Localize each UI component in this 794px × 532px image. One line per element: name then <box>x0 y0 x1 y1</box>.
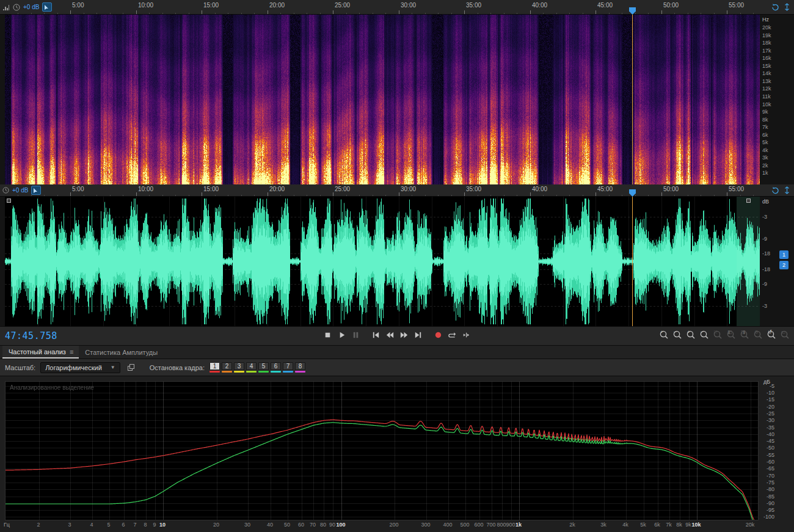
ruler-minor-tick <box>175 13 176 14</box>
hz-axis-label: 8 <box>144 522 147 528</box>
hz-axis-label: 7k <box>666 522 672 528</box>
play-button[interactable] <box>335 329 348 341</box>
panel-zoom-icon-1[interactable] <box>771 3 779 11</box>
ruler-minor-tick <box>57 195 58 196</box>
clock-icon[interactable] <box>2 187 9 194</box>
freeze-button-7[interactable]: 7 <box>283 362 293 373</box>
zoom-point-button[interactable]: ⊙ <box>752 329 763 340</box>
zoom-out-button[interactable]: − <box>671 329 683 340</box>
time-display[interactable]: 47:45.758 <box>5 330 57 341</box>
corner-grip[interactable] <box>7 199 11 203</box>
edit-pointer-button[interactable] <box>31 186 41 195</box>
ruler-tick <box>268 10 268 14</box>
spectrogram-canvas[interactable] <box>5 15 760 184</box>
reset-zoom-button[interactable]: ↺ <box>765 329 777 340</box>
db-axis: дБ -5-10-15-20-25-30-35-40-45-50-55-60-6… <box>760 381 792 522</box>
hz-axis-label: 8k <box>676 522 682 528</box>
frequency-axis-title: Hz <box>762 16 769 23</box>
gain-readout[interactable]: +0 dB <box>23 4 39 10</box>
zoom-selection-right-button[interactable]: ◨ <box>738 329 750 340</box>
panel-zoom-icon-2[interactable] <box>783 186 791 194</box>
ruler-tick <box>333 192 333 196</box>
freeze-button-2[interactable]: 2 <box>222 362 232 373</box>
stop-button[interactable] <box>321 329 334 341</box>
copy-settings-icon[interactable] <box>125 362 136 373</box>
freeze-button-label: 2 <box>222 362 232 370</box>
record-button[interactable] <box>432 329 445 341</box>
clock-icon[interactable] <box>13 4 20 11</box>
zoom-full-button[interactable]: ▭ <box>779 329 790 340</box>
ruler-tick-label: 20:00 <box>269 2 285 9</box>
db-axis-label: -45 <box>760 438 774 444</box>
timeline-ticks-waveform[interactable]: 5:0010:0015:0020:0025:0030:0035:0040:004… <box>5 184 760 196</box>
frequency-axis-label: 7k <box>762 124 768 130</box>
frequency-axis-label: 1k <box>762 170 768 176</box>
hz-axis-title: Гц <box>4 522 10 528</box>
frequency-axis-label: 18k <box>762 40 771 46</box>
timeline-ruler-waveform[interactable]: +0 dB 5:0010:0015:0020:0025:0030:0035:00… <box>0 184 794 197</box>
ruler-minor-tick <box>110 195 111 196</box>
ruler-minor-tick <box>635 195 636 196</box>
channel-2-badge[interactable]: 2 <box>779 261 789 269</box>
tab-frequency-analysis[interactable]: Частотный анализ ≡ <box>2 346 79 359</box>
db-axis-label: -60 <box>760 459 774 465</box>
hz-axis: Гц 2345678910203040506070809010020030040… <box>5 522 762 530</box>
hz-axis-label: 9 <box>153 522 156 528</box>
waveform-canvas[interactable] <box>5 197 760 326</box>
db-axis-label: -55 <box>760 452 774 458</box>
pause-button[interactable] <box>349 329 362 341</box>
edit-pointer-button[interactable] <box>42 2 52 12</box>
frequency-analysis-panel: Анализированное выделение дБ -5-10-15-20… <box>0 376 794 532</box>
spectrogram-display[interactable]: Hz 20k19k18k17k16k15k14k13k12k11k10k9k8k… <box>0 15 794 184</box>
ruler-tick-label: 40:00 <box>532 2 547 9</box>
channel-1-badge[interactable]: 1 <box>779 250 789 259</box>
frequency-plot-canvas[interactable] <box>5 381 759 520</box>
freeze-button-8[interactable]: 8 <box>295 362 305 373</box>
clip-gain-icon[interactable] <box>2 4 10 11</box>
freeze-button-4[interactable]: 4 <box>246 362 257 373</box>
ruler-minor-tick <box>583 195 583 196</box>
gain-readout[interactable]: +0 dB <box>12 187 28 194</box>
fast-forward-button[interactable] <box>398 329 410 341</box>
skip-to-previous-button[interactable] <box>370 329 382 341</box>
ruler-minor-tick <box>215 13 216 14</box>
ruler-tick-label: 25:00 <box>335 186 350 192</box>
hz-axis-label: 500 <box>460 522 469 528</box>
waveform-display[interactable]: dB 1 2 -3-3-9-9-18-18 <box>0 197 794 326</box>
db-axis-label: -100 <box>760 514 774 520</box>
frequency-axis-label: 6k <box>762 132 768 138</box>
tab-amplitude-statistics[interactable]: Статистика Амплитуды <box>79 346 164 359</box>
hz-axis-label: 3 <box>68 522 71 528</box>
skip-selection-button[interactable] <box>460 329 473 341</box>
hz-axis-label: 9k <box>685 522 691 528</box>
panel-zoom-icon-1[interactable] <box>771 186 779 194</box>
freeze-button-1[interactable]: 1 <box>209 362 220 373</box>
frequency-plot[interactable]: Анализированное выделение <box>5 381 757 519</box>
zoom-selection-button[interactable]: □ <box>712 329 723 340</box>
timeline-ticks-spectrogram[interactable]: 5:0010:0015:0020:0025:0030:0035:0040:004… <box>5 0 760 14</box>
zoom-amplitude-in-button[interactable]: + <box>685 329 696 340</box>
hz-axis-label: 20k <box>746 522 755 528</box>
ruler-minor-tick <box>622 13 622 14</box>
freeze-button-label: 3 <box>234 362 244 370</box>
freeze-button-3[interactable]: 3 <box>234 362 244 373</box>
zoom-selection-left-button[interactable]: ◧ <box>725 329 737 340</box>
freeze-button-5[interactable]: 5 <box>258 362 269 373</box>
corner-grip[interactable] <box>746 199 751 203</box>
zoom-in-button[interactable]: + <box>658 329 669 340</box>
ruler-minor-tick <box>543 195 544 196</box>
loop-playback-button[interactable] <box>446 329 459 341</box>
freeze-button-6[interactable]: 6 <box>271 362 281 373</box>
ruler-minor-tick <box>280 195 281 196</box>
skip-to-next-button[interactable] <box>412 329 424 341</box>
hz-axis-label: 200 <box>389 522 398 528</box>
ruler-minor-tick <box>385 13 386 14</box>
rewind-button[interactable] <box>384 329 396 341</box>
panel-menu-icon[interactable]: ≡ <box>70 348 73 355</box>
ruler-minor-tick <box>149 13 150 14</box>
scale-select[interactable]: Логарифмический ▼ <box>40 362 120 373</box>
zoom-amplitude-out-button[interactable]: − <box>698 329 710 340</box>
ruler-minor-tick <box>451 195 452 196</box>
panel-zoom-icon-2[interactable] <box>783 3 791 11</box>
timeline-ruler-spectrogram[interactable]: +0 dB 5:0010:0015:0020:0025:0030:0035:00… <box>0 0 794 15</box>
